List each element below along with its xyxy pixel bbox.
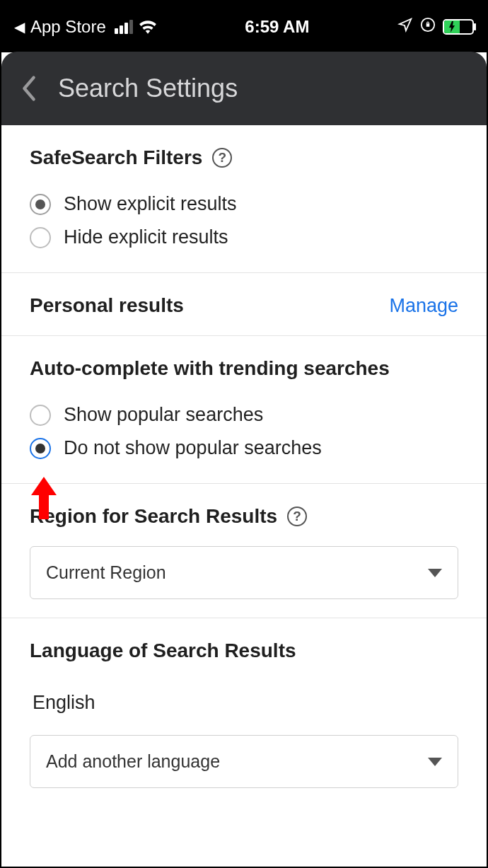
radio-icon — [30, 227, 51, 248]
radio-label: Show popular searches — [64, 404, 263, 426]
language-title: Language of Search Results — [30, 640, 296, 662]
radio-hide-popular[interactable]: Do not show popular searches — [30, 432, 458, 465]
radio-label: Do not show popular searches — [64, 437, 322, 459]
autocomplete-title: Auto-complete with trending searches — [30, 357, 390, 380]
region-title: Region for Search Results — [30, 505, 277, 528]
region-select[interactable]: Current Region — [30, 546, 458, 599]
status-time: 6:59 AM — [245, 17, 309, 37]
radio-icon — [30, 438, 51, 459]
cellular-signal-icon — [115, 20, 133, 34]
help-icon[interactable]: ? — [287, 507, 307, 526]
radio-icon — [30, 405, 51, 426]
radio-hide-explicit[interactable]: Hide explicit results — [30, 221, 458, 254]
radio-label: Show explicit results — [64, 193, 237, 215]
help-icon[interactable]: ? — [212, 148, 232, 168]
chevron-down-icon — [428, 758, 442, 766]
section-safesearch: SafeSearch Filters ? Show explicit resul… — [1, 125, 487, 273]
chevron-down-icon — [428, 569, 442, 577]
language-value: English — [30, 681, 458, 732]
personal-results-title: Personal results — [30, 294, 184, 317]
page-title: Search Settings — [58, 74, 238, 103]
section-language: Language of Search Results English Add a… — [1, 618, 487, 806]
location-icon — [397, 17, 413, 37]
back-to-app-label[interactable]: App Store — [30, 17, 106, 37]
ios-status-bar: ◀ App Store 6:59 AM — [1, 1, 487, 52]
safesearch-title: SafeSearch Filters — [30, 146, 202, 169]
add-language-label: Add another language — [46, 751, 220, 772]
section-region: Region for Search Results ? Current Regi… — [1, 484, 487, 618]
section-personal-results: Personal results Manage — [1, 273, 487, 336]
battery-icon — [443, 19, 474, 35]
radio-show-popular[interactable]: Show popular searches — [30, 398, 458, 432]
radio-icon — [30, 194, 51, 215]
radio-label: Hide explicit results — [64, 226, 228, 248]
region-value: Current Region — [46, 562, 166, 583]
back-to-app-icon[interactable]: ◀ — [14, 18, 25, 35]
wifi-icon — [139, 20, 157, 34]
back-button[interactable] — [21, 75, 37, 102]
section-autocomplete: Auto-complete with trending searches Sho… — [1, 336, 487, 484]
manage-link[interactable]: Manage — [389, 295, 458, 317]
add-language-select[interactable]: Add another language — [30, 735, 458, 788]
radio-show-explicit[interactable]: Show explicit results — [30, 187, 458, 221]
orientation-lock-icon — [420, 17, 436, 37]
page-header: Search Settings — [1, 52, 487, 125]
